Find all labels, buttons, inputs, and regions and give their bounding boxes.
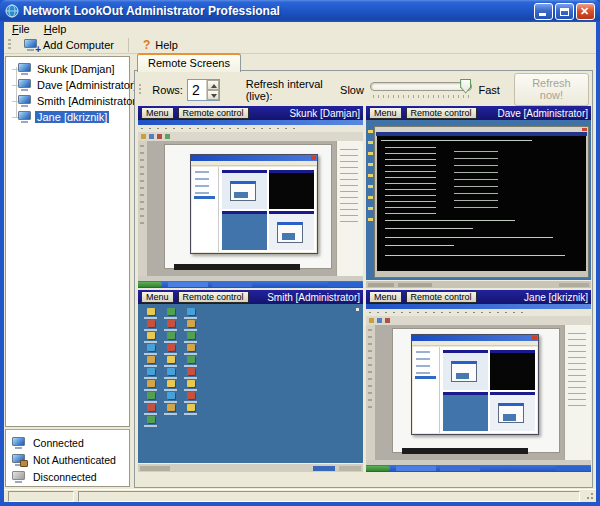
disconnected-status-icon: [12, 471, 26, 483]
desktop-icon: [167, 332, 175, 339]
window-body: File Help Add Computer ? Help Skunk [Dam…: [4, 22, 596, 502]
app-logo-icon: [5, 4, 19, 18]
desktop-icon: [187, 404, 195, 411]
desktop-icon: [147, 356, 155, 363]
rows-value[interactable]: 2: [188, 80, 206, 100]
menu-bar: File Help: [4, 22, 596, 36]
computer-connected-icon: [18, 63, 32, 75]
rows-increment-button[interactable]: [207, 80, 219, 90]
computer-connected-icon: [18, 95, 32, 107]
slow-label: Slow: [340, 84, 364, 96]
desktop-icon: [187, 320, 195, 327]
computer-item-smith[interactable]: Smith [Administrator]: [12, 93, 129, 109]
menu-button[interactable]: Menu: [369, 291, 402, 303]
computer-item-jane[interactable]: Jane [dkriznik]: [12, 109, 129, 125]
terminal-output: [377, 136, 586, 271]
refresh-interval-label: Refresh interval (live):: [246, 78, 330, 102]
help-icon: ?: [143, 38, 150, 52]
remote-control-button[interactable]: Remote control: [406, 291, 477, 303]
rows-decrement-button[interactable]: [207, 90, 219, 100]
status-panel-left: [8, 491, 74, 502]
slider-track[interactable]: [370, 82, 473, 91]
remote-screen-thumbnail[interactable]: [366, 304, 591, 472]
add-computer-icon: [24, 39, 38, 51]
computer-connected-icon: [18, 79, 32, 91]
remote-screen-thumbnail[interactable]: [138, 304, 363, 472]
remote-cell-header: Menu Remote control Skunk [Damjan]: [138, 106, 363, 120]
computer-item-skunk[interactable]: Skunk [Damjan]: [12, 61, 129, 77]
desktop-icon: [147, 416, 155, 423]
remote-screen-thumbnail[interactable]: [138, 120, 363, 288]
legend-label: Connected: [33, 437, 84, 449]
desktop-icon: [147, 344, 155, 351]
desktop-icon: [167, 380, 175, 387]
remote-cell-jane: Menu Remote control Jane [dkriznik]: [366, 290, 591, 472]
remote-control-button[interactable]: Remote control: [178, 107, 249, 119]
recursive-app-window: [411, 334, 539, 435]
legend-connected: Connected: [12, 434, 129, 451]
desktop-icon: [187, 392, 195, 399]
sidebar: Skunk [Damjan] Dave [Administrator] Smit…: [4, 54, 132, 489]
maximize-button[interactable]: [555, 3, 574, 20]
tab-remote-screens[interactable]: Remote Screens: [137, 53, 241, 72]
status-bar: [4, 489, 596, 502]
controls-gripper[interactable]: [139, 84, 141, 96]
menu-button[interactable]: Menu: [141, 107, 174, 119]
remote-control-button[interactable]: Remote control: [178, 291, 249, 303]
computer-item-label: Dave [Administrator]: [35, 79, 139, 91]
computer-tree: Skunk [Damjan] Dave [Administrator] Smit…: [5, 56, 130, 427]
menu-file[interactable]: File: [12, 23, 30, 35]
desktop-icon: [167, 392, 175, 399]
minimize-button[interactable]: [534, 3, 553, 20]
fast-label: Fast: [478, 84, 499, 96]
legend-disconnected: Disconnected: [12, 468, 129, 485]
window-title: Network LookOut Administrator Profession…: [23, 4, 280, 18]
remote-cell-smith: Menu Remote control Smith [Administrator…: [138, 290, 363, 472]
toolbar-separator: [128, 38, 129, 52]
desktop-icon: [147, 320, 155, 327]
close-button[interactable]: ✕: [576, 3, 595, 20]
refresh-now-button[interactable]: Refresh now!: [514, 73, 589, 106]
menu-button[interactable]: Menu: [141, 291, 174, 303]
computer-item-label: Jane [dkriznik]: [35, 111, 109, 123]
recursive-app-window: [190, 154, 318, 255]
remote-computer-name: Smith [Administrator]: [267, 292, 360, 303]
desktop-icon: [187, 368, 195, 375]
slider-thumb[interactable]: [460, 79, 471, 94]
legend-not-authenticated: Not Authenticated: [12, 451, 129, 468]
remote-cell-dave: Menu Remote control Dave [Administrator]: [366, 106, 591, 288]
desktop-icon: [187, 332, 195, 339]
menu-button[interactable]: Menu: [369, 107, 402, 119]
help-button[interactable]: ? Help: [135, 37, 186, 53]
remote-screens-page: Rows: 2 Refresh interval (live): Slow: [134, 70, 593, 488]
desktop-icon: [167, 344, 175, 351]
desktop-icon: [187, 380, 195, 387]
desktop-icon: [187, 344, 195, 351]
connected-status-icon: [12, 437, 26, 449]
computer-item-label: Skunk [Damjan]: [35, 63, 117, 75]
desktop-icon: [167, 308, 175, 315]
computer-connected-icon: [18, 111, 32, 123]
desktop-icon: [167, 356, 175, 363]
remote-control-button[interactable]: Remote control: [406, 107, 477, 119]
toolbar: Add Computer ? Help: [4, 36, 596, 54]
desktop-icon: [147, 404, 155, 411]
computer-item-label: Smith [Administrator]: [35, 95, 141, 107]
legend-label: Not Authenticated: [33, 454, 116, 466]
menu-help[interactable]: Help: [44, 23, 67, 35]
remote-cell-header: Menu Remote control Smith [Administrator…: [138, 290, 363, 304]
remote-cell-header: Menu Remote control Dave [Administrator]: [366, 106, 591, 120]
resize-grip[interactable]: [585, 491, 594, 500]
desktop-icon: [187, 356, 195, 363]
desktop-icon: [167, 368, 175, 375]
computer-item-dave[interactable]: Dave [Administrator]: [12, 77, 129, 93]
remote-screen-thumbnail[interactable]: [366, 120, 591, 288]
desktop-icon: [147, 392, 155, 399]
legend-label: Disconnected: [33, 471, 97, 483]
controls-row: Rows: 2 Refresh interval (live): Slow: [138, 75, 589, 104]
add-computer-button[interactable]: Add Computer: [16, 38, 122, 52]
remote-cell-skunk: Menu Remote control Skunk [Damjan]: [138, 106, 363, 288]
remote-cell-header: Menu Remote control Jane [dkriznik]: [366, 290, 591, 304]
toolbar-gripper[interactable]: [8, 39, 11, 51]
status-panel-main: [78, 491, 580, 502]
